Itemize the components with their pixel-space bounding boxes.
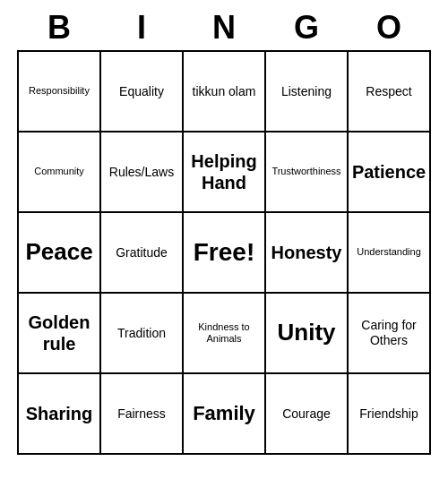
cell-text: Golden rule [22, 312, 96, 355]
bingo-cell: Helping Hand [184, 132, 266, 213]
bingo-cell: Free! [184, 213, 266, 294]
bingo-header: BINGO [18, 9, 430, 47]
bingo-grid: ResponsibilityEqualitytikkun olamListeni… [17, 50, 431, 455]
bingo-cell: Respect [349, 52, 431, 132]
bingo-cell: tikkun olam [184, 52, 266, 132]
cell-text: Rules/Laws [109, 165, 174, 180]
cell-text: Caring for Others [352, 318, 426, 348]
cell-text: Friendship [359, 406, 418, 422]
cell-text: Patience [352, 161, 426, 183]
cell-text: Fairness [117, 406, 166, 422]
bingo-cell: Equality [101, 52, 184, 132]
bingo-cell: Gratitude [101, 213, 184, 294]
bingo-letter: I [100, 9, 183, 47]
cell-text: Gratitude [116, 245, 168, 261]
bingo-cell: Sharing [19, 374, 101, 455]
bingo-cell: Family [184, 374, 266, 455]
cell-text: Responsibility [29, 85, 90, 97]
cell-text: Tradition [117, 326, 166, 341]
cell-text: Equality [119, 84, 164, 99]
bingo-cell: Listening [266, 52, 349, 132]
cell-text: Family [193, 402, 255, 425]
bingo-letter: O [348, 9, 430, 47]
bingo-cell: Courage [266, 374, 349, 455]
bingo-cell: Peace [19, 213, 101, 294]
bingo-cell: Patience [349, 132, 431, 213]
cell-text: Sharing [26, 403, 92, 424]
cell-text: Courage [282, 406, 331, 422]
cell-text: Understanding [357, 246, 421, 258]
cell-text: Trustworthiness [271, 166, 340, 177]
cell-text: Helping Hand [187, 150, 261, 193]
bingo-cell: Unity [266, 294, 349, 374]
bingo-cell: Fairness [101, 374, 184, 455]
cell-text: Listening [281, 84, 332, 99]
cell-text: Respect [366, 84, 411, 99]
cell-text: Peace [25, 238, 92, 266]
bingo-cell: Caring for Others [349, 294, 431, 374]
bingo-cell: Rules/Laws [101, 132, 184, 213]
cell-text: tikkun olam [193, 84, 256, 99]
bingo-letter: G [265, 9, 348, 47]
cell-text: Free! [194, 238, 254, 267]
bingo-cell: Friendship [349, 374, 431, 455]
bingo-cell: Responsibility [19, 52, 101, 132]
bingo-cell: Tradition [101, 294, 184, 374]
bingo-cell: Trustworthiness [266, 132, 349, 213]
bingo-letter: N [183, 9, 265, 47]
cell-text: Unity [278, 319, 336, 346]
bingo-letter: B [18, 9, 100, 47]
bingo-cell: Community [19, 132, 101, 213]
cell-text: Honesty [271, 242, 342, 263]
bingo-cell: Golden rule [19, 294, 101, 374]
bingo-cell: Understanding [349, 213, 431, 294]
bingo-cell: Kindness to Animals [184, 294, 266, 374]
cell-text: Kindness to Animals [187, 321, 261, 345]
cell-text: Community [34, 166, 84, 177]
bingo-cell: Honesty [266, 213, 349, 294]
